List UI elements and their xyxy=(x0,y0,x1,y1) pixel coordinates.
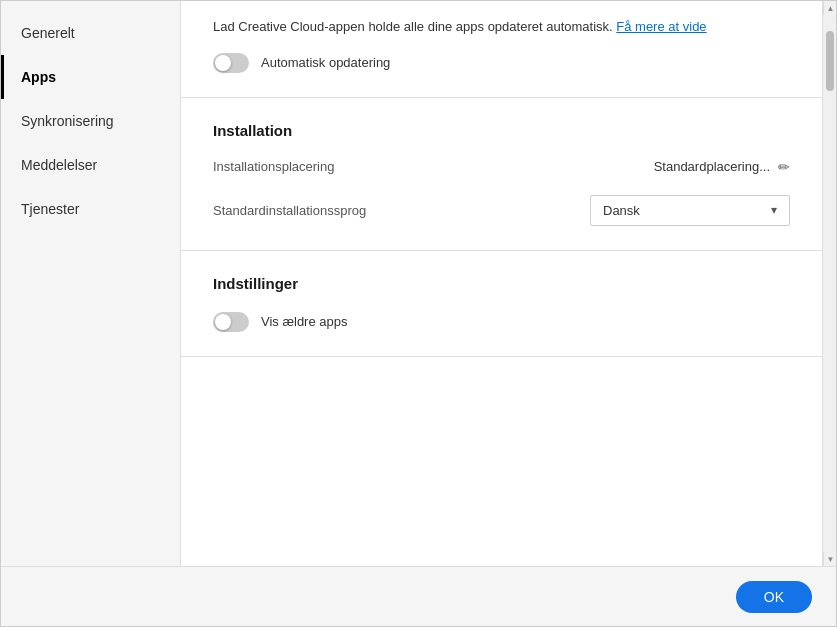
language-dropdown[interactable]: Dansk ▾ xyxy=(590,195,790,226)
installation-location-row: Installationsplacering Standardplacering… xyxy=(213,159,790,175)
sidebar-item-apps[interactable]: Apps xyxy=(1,55,180,99)
auto-update-toggle-row: Automatisk opdatering xyxy=(213,53,790,73)
scrollbar-area xyxy=(823,15,836,552)
installation-location-label: Installationsplacering xyxy=(213,159,334,174)
scrollbar-thumb[interactable] xyxy=(826,31,834,91)
content-area: Lad Creative Cloud-appen holde alle dine… xyxy=(181,1,822,566)
dialog-body: Generelt Apps Synkronisering Meddelelser… xyxy=(1,1,836,566)
main-panel: Lad Creative Cloud-appen holde alle dine… xyxy=(181,1,836,566)
dialog: Generelt Apps Synkronisering Meddelelser… xyxy=(0,0,837,627)
sidebar: Generelt Apps Synkronisering Meddelelser… xyxy=(1,1,181,566)
default-language-row: Standardinstallationssprog Dansk ▾ xyxy=(213,195,790,226)
sidebar-item-generelt[interactable]: Generelt xyxy=(1,11,180,55)
sidebar-item-meddelelser[interactable]: Meddelelser xyxy=(1,143,180,187)
toggle-knob-legacy xyxy=(215,314,231,330)
learn-more-link[interactable]: Få mere at vide xyxy=(616,19,706,34)
chevron-down-icon: ▾ xyxy=(771,203,777,217)
auto-update-toggle[interactable] xyxy=(213,53,249,73)
scroll-up-button[interactable]: ▲ xyxy=(823,1,836,15)
sidebar-item-tjenester[interactable]: Tjenester xyxy=(1,187,180,231)
installation-location-value: Standardplacering... ✏ xyxy=(654,159,790,175)
description: Lad Creative Cloud-appen holde alle dine… xyxy=(213,17,790,37)
installation-section: Installation Installationsplacering Stan… xyxy=(181,98,822,251)
spacer xyxy=(181,357,822,437)
scrollbar-track: ▲ ▼ xyxy=(822,1,836,566)
legacy-apps-label: Vis ældre apps xyxy=(261,314,347,329)
installation-title: Installation xyxy=(213,122,790,139)
settings-section: Indstillinger Vis ældre apps xyxy=(181,251,822,357)
legacy-apps-toggle-row: Vis ældre apps xyxy=(213,312,790,332)
default-language-label: Standardinstallationssprog xyxy=(213,203,366,218)
toggle-knob xyxy=(215,55,231,71)
auto-update-section: Lad Creative Cloud-appen holde alle dine… xyxy=(181,1,822,98)
scroll-down-button[interactable]: ▼ xyxy=(823,552,836,566)
auto-update-label: Automatisk opdatering xyxy=(261,55,390,70)
edit-location-icon[interactable]: ✏ xyxy=(778,159,790,175)
legacy-apps-toggle[interactable] xyxy=(213,312,249,332)
ok-button[interactable]: OK xyxy=(736,581,812,613)
dialog-footer: OK xyxy=(1,566,836,626)
settings-title: Indstillinger xyxy=(213,275,790,292)
language-dropdown-value: Dansk xyxy=(603,203,640,218)
sidebar-item-synkronisering[interactable]: Synkronisering xyxy=(1,99,180,143)
